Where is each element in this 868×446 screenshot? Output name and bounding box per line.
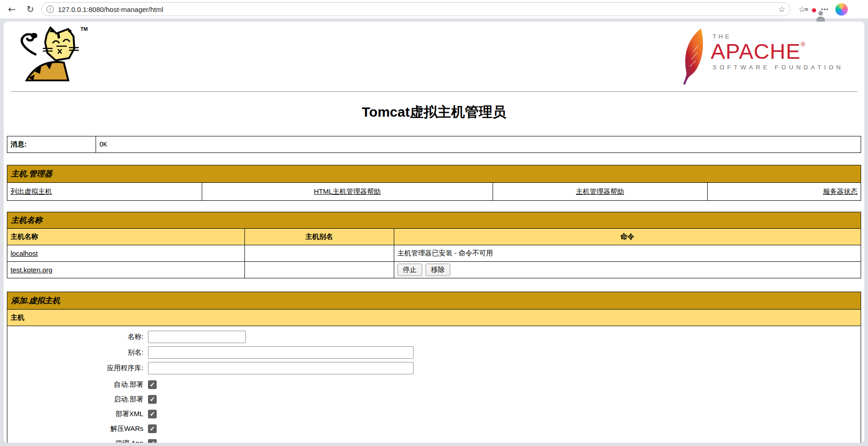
nav-cell: 列出虚拟主机 bbox=[7, 183, 202, 201]
link-list-virtual-hosts[interactable]: 列出虚拟主机 bbox=[11, 187, 52, 195]
auto-deploy-checkbox[interactable]: ✓ bbox=[148, 380, 157, 389]
unpack-wars-checkbox[interactable]: ✓ bbox=[148, 424, 157, 433]
url-text[interactable]: 127.0.0.1:8080/host-manager/html bbox=[58, 6, 774, 13]
web-page: TM THE APACHE bbox=[4, 22, 864, 443]
manager-section-title: 主机.管理器 bbox=[7, 165, 861, 183]
stop-host-button[interactable]: 停止 bbox=[397, 264, 422, 276]
table-row: test.koten.org 停止 移除 bbox=[7, 262, 861, 278]
tomcat-trademark: TM bbox=[80, 26, 88, 32]
header-divider bbox=[11, 91, 857, 92]
aliases-label: 别名: bbox=[7, 348, 143, 357]
nav-cell: 主机管理器帮助 bbox=[493, 183, 707, 201]
page-title: Tomcat虚拟主机管理员 bbox=[7, 103, 861, 122]
bookmark-star-icon[interactable]: ☆ bbox=[778, 5, 785, 14]
aliases-field[interactable] bbox=[148, 346, 414, 359]
apache-logo[interactable]: THE APACHE ® SOFTWARE FOUNDATION bbox=[680, 28, 857, 85]
apache-feather-icon bbox=[680, 28, 706, 85]
name-label: 名称: bbox=[7, 333, 143, 341]
message-table: 消息: OK bbox=[7, 136, 861, 153]
manage-app-checkbox[interactable]: ✓ bbox=[148, 439, 157, 443]
apache-subtitle-text: SOFTWARE FOUNDATION bbox=[713, 64, 844, 71]
link-localhost[interactable]: localhost bbox=[11, 249, 38, 257]
host-name-cell: test.koten.org bbox=[7, 262, 245, 278]
tomcat-logo[interactable]: TM bbox=[11, 25, 89, 81]
message-value: OK bbox=[96, 136, 861, 153]
site-info-icon[interactable]: i bbox=[46, 6, 54, 13]
browser-toolbar: ← ↻ i 127.0.0.1:8080/host-manager/html ☆… bbox=[0, 0, 868, 18]
apache-registered-mark: ® bbox=[801, 41, 806, 48]
deploy-xml-checkbox[interactable]: ✓ bbox=[148, 410, 157, 418]
back-button[interactable]: ← bbox=[5, 2, 19, 17]
toolbar-right-group: ☆ ≡ ••• bbox=[794, 3, 842, 16]
tomcat-cat-graphic bbox=[11, 25, 89, 81]
host-command-cell: 主机管理器已安装 - 命令不可用 bbox=[394, 245, 861, 262]
message-row: 消息: OK bbox=[7, 136, 861, 153]
nav-cell: HTML主机管理器帮助 bbox=[202, 183, 493, 201]
copilot-icon[interactable] bbox=[835, 3, 848, 16]
profile-notification-dot bbox=[812, 8, 816, 12]
apache-wordmark: THE APACHE ® SOFTWARE FOUNDATION bbox=[711, 33, 844, 71]
address-bar[interactable]: i 127.0.0.1:8080/host-manager/html ☆ bbox=[41, 2, 790, 16]
form-row-aliases: 别名: bbox=[7, 346, 861, 359]
manager-nav-table: 主机.管理器 列出虚拟主机 HTML主机管理器帮助 主机管理器帮助 服务器状态 bbox=[7, 165, 861, 201]
host-name-cell: localhost bbox=[7, 245, 245, 262]
host-command-cell: 停止 移除 bbox=[394, 262, 861, 278]
deploy-on-startup-label: 启动.部署 bbox=[7, 395, 143, 404]
host-aliases-cell bbox=[244, 245, 394, 262]
refresh-button[interactable]: ↻ bbox=[23, 2, 38, 17]
add-section-title: 添加.虚拟主机 bbox=[7, 292, 861, 310]
add-host-form: 名称: 别名: 应用程序库: 自动.部署 ✓ 启动.部署 ✓ bbox=[7, 326, 861, 443]
hosts-table: 主机名称 主机名称 主机别名 命令 localhost 主机管理器已安装 - 命… bbox=[7, 212, 861, 278]
apache-name-text: APACHE bbox=[711, 40, 801, 63]
host-aliases-cell bbox=[244, 262, 394, 278]
column-header-commands: 命令 bbox=[394, 229, 861, 245]
form-row-deploy-xml: 部署XML ✓ bbox=[7, 410, 861, 418]
form-row-deploy-on-startup: 启动.部署 ✓ bbox=[7, 395, 861, 404]
app-base-field[interactable] bbox=[148, 362, 414, 374]
hosts-section-title: 主机名称 bbox=[7, 212, 861, 229]
column-header-host-aliases: 主机别名 bbox=[244, 229, 394, 245]
add-section-subtitle: 主机 bbox=[7, 310, 861, 326]
deploy-xml-label: 部署XML bbox=[7, 410, 143, 418]
form-row-unpack-wars: 解压WARs ✓ bbox=[7, 424, 861, 433]
logo-row: TM THE APACHE bbox=[7, 25, 861, 85]
auto-deploy-label: 自动.部署 bbox=[7, 380, 143, 389]
unpack-wars-label: 解压WARs bbox=[7, 424, 143, 433]
form-row-auto-deploy: 自动.部署 ✓ bbox=[7, 380, 861, 389]
favorites-list-icon[interactable]: ☆ ≡ bbox=[799, 5, 808, 14]
link-host-manager-help[interactable]: 主机管理器帮助 bbox=[576, 187, 624, 195]
favorites-lines-glyph: ≡ bbox=[805, 6, 808, 13]
name-field[interactable] bbox=[148, 331, 246, 343]
app-base-label: 应用程序库: bbox=[7, 364, 143, 373]
form-row-app-base: 应用程序库: bbox=[7, 362, 861, 374]
link-html-host-manager-help[interactable]: HTML主机管理器帮助 bbox=[314, 187, 381, 195]
deploy-on-startup-checkbox[interactable]: ✓ bbox=[148, 395, 157, 404]
add-virtual-host-table: 添加.虚拟主机 主机 名称: 别名: 应用程序库: 自动.部 bbox=[7, 292, 861, 443]
remove-host-button[interactable]: 移除 bbox=[425, 264, 450, 276]
manage-app-label: 管理 App bbox=[7, 439, 143, 443]
message-label: 消息: bbox=[7, 136, 96, 153]
column-header-host-name: 主机名称 bbox=[7, 229, 245, 245]
form-row-name: 名称: bbox=[7, 331, 861, 343]
link-server-status[interactable]: 服务器状态 bbox=[823, 187, 857, 195]
table-row: localhost 主机管理器已安装 - 命令不可用 bbox=[7, 245, 861, 262]
form-row-manage-app: 管理 App ✓ bbox=[7, 439, 861, 443]
nav-cell: 服务器状态 bbox=[707, 183, 861, 201]
link-test-koten-org[interactable]: test.koten.org bbox=[11, 266, 52, 274]
